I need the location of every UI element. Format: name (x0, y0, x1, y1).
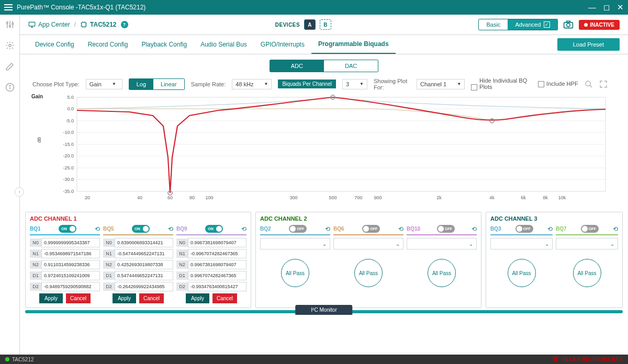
bq7-type-select[interactable]: ⌄ (556, 238, 618, 249)
svg-text:-15.0: -15.0 (63, 142, 74, 147)
svg-text:300: 300 (289, 195, 297, 200)
adc-button[interactable]: ADC (270, 60, 324, 72)
hide-plots-checkbox[interactable]: Hide Individual BQ Plots (471, 77, 532, 90)
breadcrumb-app-center[interactable]: App Center (28, 21, 70, 28)
mode-basic[interactable]: Basic (479, 19, 508, 30)
bq5-d2[interactable]: -0.2642699922434985 (115, 282, 173, 291)
inactive-badge[interactable]: INACTIVE (579, 20, 620, 30)
dac-button[interactable]: DAC (324, 60, 378, 72)
bq10-toggle[interactable]: OFF (437, 225, 455, 233)
bq1-d1[interactable]: 0.9724015109241009 (41, 271, 100, 280)
camera-icon[interactable] (563, 20, 574, 29)
adc-dac-toggle: ADC DAC (270, 60, 378, 72)
link-icon[interactable]: ⟲ (547, 225, 553, 233)
bq5-d1[interactable]: 0.5474449652247131 (115, 271, 173, 280)
bq1-n0[interactable]: 0.9999999995343387 (41, 238, 100, 247)
svg-text:900: 900 (374, 195, 382, 200)
bq9-n0[interactable]: 0.9967381698079407 (188, 238, 246, 247)
tab-playback-config[interactable]: Playback Config (134, 36, 194, 53)
device-a-chip[interactable]: A (304, 19, 316, 30)
apply-button[interactable]: Apply (186, 293, 209, 303)
gain-chart: Gain dB 5.0 0.0 -5.0 -10.0 -15.0 -20.0 -… (20, 95, 628, 209)
allpass-button[interactable]: All Pass (354, 259, 383, 287)
devices-selector: DEVICES A B (275, 19, 331, 30)
bq1-toggle[interactable]: ON (59, 225, 76, 233)
svg-text:8k: 8k (543, 195, 548, 200)
svg-text:10k: 10k (558, 195, 566, 200)
bq1-n2[interactable]: 0.9110314599238336 (41, 260, 100, 269)
tab-record-config[interactable]: Record Config (81, 36, 135, 53)
cancel-button[interactable]: Cancel (66, 293, 91, 303)
log-button[interactable]: Log (129, 79, 153, 89)
cancel-button[interactable]: Cancel (212, 293, 237, 303)
tab-programmable-biquads[interactable]: Programmable Biquads (311, 35, 396, 54)
svg-point-6 (8, 44, 11, 47)
bq3-type-select[interactable]: ⌄ (490, 238, 553, 249)
bq7-toggle[interactable]: OFF (581, 225, 599, 233)
bq2-type-select[interactable]: ⌄ (260, 238, 330, 249)
close-icon[interactable]: ✕ (617, 3, 624, 12)
link-icon[interactable]: ⟲ (241, 225, 246, 233)
device-b-chip[interactable]: B (320, 19, 331, 30)
allpass-button[interactable]: All Pass (573, 259, 601, 287)
link-icon[interactable]: ⟲ (613, 225, 618, 233)
svg-text:40: 40 (137, 195, 142, 200)
bq9-d2[interactable]: -0.9934763400815427 (188, 282, 246, 291)
bq10-type-select[interactable]: ⌄ (407, 238, 477, 249)
load-preset-button[interactable]: Load Preset (557, 38, 620, 51)
plot-type-select[interactable]: Gain▼ (86, 79, 122, 89)
tab-device-config[interactable]: Device Config (28, 36, 81, 53)
bq5-n1[interactable]: -0.5474449652247131 (115, 249, 173, 258)
bq2-toggle[interactable]: OFF (289, 225, 307, 233)
menu-icon[interactable] (4, 4, 13, 10)
i2c-monitor-button[interactable]: I²C Monitor (295, 305, 352, 315)
linear-button[interactable]: Linear (153, 79, 184, 89)
edit-icon[interactable] (5, 62, 15, 71)
bq9-toggle[interactable]: ON (205, 225, 223, 233)
fullscreen-icon[interactable] (599, 80, 608, 88)
link-icon[interactable]: ⟲ (95, 225, 100, 233)
breadcrumb-device[interactable]: TAC5212 ? (80, 21, 128, 28)
zoom-icon[interactable] (585, 80, 593, 88)
panel-title: ADC CHANNEL 1 (30, 215, 246, 222)
left-sidebar: › (0, 15, 20, 355)
bq5-n0[interactable]: 0.8390006893314421 (115, 238, 173, 247)
cancel-button[interactable]: Cancel (139, 293, 164, 303)
mode-advanced[interactable]: Advanced✓ (508, 19, 557, 30)
link-icon[interactable]: ⟲ (472, 225, 477, 233)
gear-icon[interactable] (5, 41, 15, 50)
bq9-n1[interactable]: -0.9967074282467365 (188, 249, 246, 258)
maximize-icon[interactable]: ◻ (603, 3, 610, 12)
allpass-button[interactable]: All Pass (281, 259, 309, 287)
tab-audio-serial-bus[interactable]: Audio Serial Bus (194, 36, 254, 53)
svg-text:4k: 4k (489, 195, 495, 200)
tab-gpio-interrupts[interactable]: GPIO/Interrupts (254, 36, 311, 53)
status-bar: TAC5212 TEXAS INSTRUMENTS (0, 355, 628, 364)
biquads-per-channel-select[interactable]: 3▼ (342, 79, 367, 89)
svg-text:-25.0: -25.0 (63, 165, 74, 170)
link-icon[interactable]: ⟲ (398, 225, 403, 233)
plot-controls: Choose Plot Type: Gain▼ Log Linear Sampl… (20, 75, 628, 95)
apply-button[interactable]: Apply (39, 293, 63, 303)
bq5-toggle[interactable]: ON (132, 225, 150, 233)
include-hpf-checkbox[interactable]: Include HPF (538, 81, 578, 87)
allpass-button[interactable]: All Pass (508, 259, 536, 287)
sample-rate-select[interactable]: 48 kHz▼ (232, 79, 272, 89)
bq9-n2[interactable]: 0.9967381698079407 (188, 260, 246, 269)
link-icon[interactable]: ⟲ (168, 225, 173, 233)
bq5-n2[interactable]: 0.4252693019807338 (115, 260, 173, 269)
info-icon[interactable] (5, 83, 15, 92)
minimize-icon[interactable]: — (588, 3, 596, 12)
allpass-button[interactable]: All Pass (428, 259, 456, 287)
link-icon[interactable]: ⟲ (325, 225, 330, 233)
bq3-toggle[interactable]: OFF (515, 225, 533, 233)
bq1-d2[interactable]: -0.9489759290590882 (41, 282, 100, 291)
bq1-n1[interactable]: -0.9534698971547186 (41, 249, 100, 258)
bq6-toggle[interactable]: OFF (362, 225, 380, 233)
sliders-icon[interactable] (5, 20, 15, 29)
bq9-d1[interactable]: 0.9967074282467365 (188, 271, 246, 280)
bq6-type-select[interactable]: ⌄ (333, 238, 403, 249)
help-icon[interactable]: ? (121, 21, 128, 28)
apply-button[interactable]: Apply (113, 293, 136, 303)
showing-for-select[interactable]: Channel 1▼ (417, 79, 465, 89)
